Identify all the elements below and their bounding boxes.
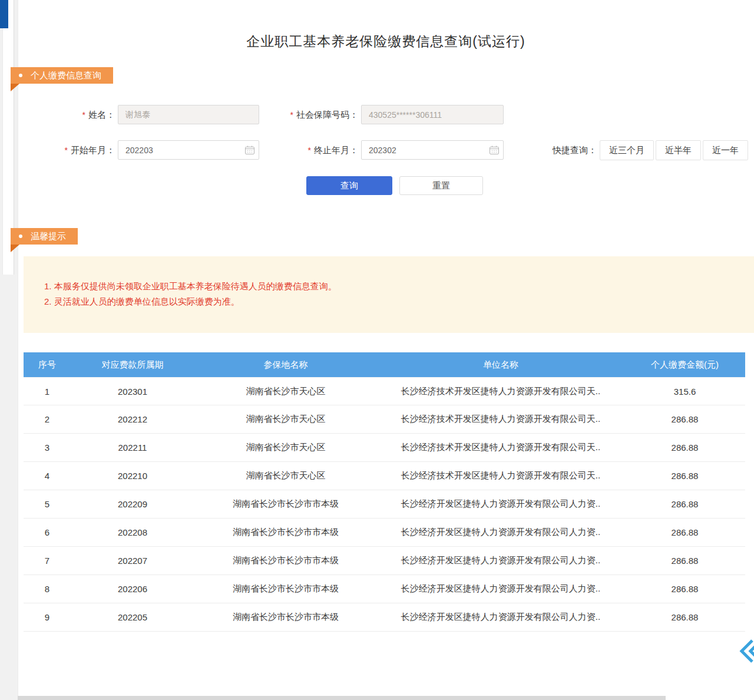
table-cell: 长沙经济开发区捷特人力资源开发有限公司人力资.. <box>377 612 624 623</box>
notice-line: 2. 灵活就业人员的缴费单位信息以实际缴费为准。 <box>44 294 754 309</box>
table-row: 5202209湖南省长沙市长沙市市本级长沙经济开发区捷特人力资源开发有限公司人力… <box>24 490 745 519</box>
table-cell: 湖南省长沙市天心区 <box>194 414 377 425</box>
table-cell: 湖南省长沙市天心区 <box>194 470 377 481</box>
table-row: 1202301湖南省长沙市天心区长沙经济技术开发区捷特人力资源开发有限公司天..… <box>24 377 745 405</box>
calendar-icon[interactable] <box>490 146 499 157</box>
table-cell: 202205 <box>71 612 194 622</box>
page-title: 企业职工基本养老保险缴费信息查询(试运行) <box>18 32 754 51</box>
table-cell: 6 <box>24 527 71 537</box>
notice-line: 1. 本服务仅提供尚未领取企业职工基本养老保险待遇人员的缴费信息查询。 <box>44 279 754 294</box>
column-header: 单位名称 <box>377 359 624 371</box>
table-cell: 长沙经济开发区捷特人力资源开发有限公司人力资.. <box>377 527 624 538</box>
table-cell: 长沙经济开发区捷特人力资源开发有限公司人力资.. <box>377 555 624 566</box>
name-input <box>118 105 259 124</box>
table-cell: 286.88 <box>624 612 745 622</box>
table-cell: 1 <box>24 387 71 397</box>
column-header: 对应费款所属期 <box>71 359 194 371</box>
column-header: 个人缴费金额(元) <box>624 359 745 371</box>
horizontal-scrollbar[interactable] <box>18 696 666 700</box>
table-cell: 202209 <box>71 499 194 509</box>
table-cell: 湖南省长沙市长沙市市本级 <box>194 555 377 566</box>
table-row: 9202205湖南省长沙市长沙市市本级长沙经济开发区捷特人力资源开发有限公司人力… <box>24 603 745 632</box>
start-month-input[interactable] <box>118 140 259 160</box>
section-tag-personal-payment-query: 个人缴费信息查询 <box>11 67 113 84</box>
section-tag-label: 个人缴费信息查询 <box>31 70 101 81</box>
column-header: 参保地名称 <box>194 359 377 371</box>
table-cell: 286.88 <box>624 584 745 594</box>
table-row: 7202207湖南省长沙市长沙市市本级长沙经济开发区捷特人力资源开发有限公司人力… <box>24 547 745 575</box>
table-cell: 202208 <box>71 527 194 537</box>
table-cell: 286.88 <box>624 556 745 566</box>
sidebar-corner-block <box>0 0 8 28</box>
table-body: 1202301湖南省长沙市天心区长沙经济技术开发区捷特人力资源开发有限公司天..… <box>24 377 745 632</box>
table-cell: 5 <box>24 499 71 509</box>
quick-query-button-3[interactable]: 近一年 <box>703 140 748 160</box>
table-cell: 286.88 <box>624 443 745 453</box>
quick-query-buttons: 近三个月近半年近一年 <box>600 140 748 160</box>
ssn-label: *社会保障号码： <box>253 105 358 125</box>
payment-table: 序号对应费款所属期参保地名称单位名称个人缴费金额(元) 1202301湖南省长沙… <box>24 352 745 632</box>
end-month-input[interactable] <box>361 140 504 160</box>
table-cell: 长沙经济开发区捷特人力资源开发有限公司人力资.. <box>377 498 624 510</box>
table-cell: 286.88 <box>624 414 745 424</box>
column-header: 序号 <box>24 359 71 371</box>
section-tag-label: 温馨提示 <box>31 231 66 242</box>
table-cell: 湖南省长沙市天心区 <box>194 386 377 397</box>
table-row: 3202211湖南省长沙市天心区长沙经济技术开发区捷特人力资源开发有限公司天..… <box>24 434 745 462</box>
table-cell: 长沙经济技术开发区捷特人力资源开发有限公司天.. <box>377 386 624 397</box>
table-cell: 长沙经济技术开发区捷特人力资源开发有限公司天.. <box>377 414 624 425</box>
page: 企业职工基本养老保险缴费信息查询(试运行) 个人缴费信息查询 *姓名： *社会保… <box>0 0 754 700</box>
table-row: 8202206湖南省长沙市长沙市市本级长沙经济开发区捷特人力资源开发有限公司人力… <box>24 575 745 603</box>
table-cell: 202210 <box>71 471 194 481</box>
start-month-label: *开始年月： <box>35 140 115 160</box>
table-row: 2202212湖南省长沙市天心区长沙经济技术开发区捷特人力资源开发有限公司天..… <box>24 405 745 434</box>
table-cell: 202207 <box>71 556 194 566</box>
quick-query-button-1[interactable]: 近三个月 <box>600 140 654 160</box>
required-asterisk: * <box>82 110 85 120</box>
table-cell: 202206 <box>71 584 194 594</box>
table-cell: 315.6 <box>624 387 745 397</box>
table-cell: 8 <box>24 584 71 594</box>
table-cell: 2 <box>24 414 71 424</box>
table-cell: 7 <box>24 556 71 566</box>
table-cell: 湖南省长沙市长沙市市本级 <box>194 498 377 510</box>
end-month-label: *终止年月： <box>253 140 358 160</box>
section-tag-tips: 温馨提示 <box>11 228 78 245</box>
table-cell: 286.88 <box>624 471 745 481</box>
table-row: 4202210湖南省长沙市天心区长沙经济技术开发区捷特人力资源开发有限公司天..… <box>24 462 745 490</box>
table-cell: 286.88 <box>624 527 745 537</box>
required-asterisk: * <box>308 146 311 155</box>
notice-box: 1. 本服务仅提供尚未领取企业职工基本养老保险待遇人员的缴费信息查询。 2. 灵… <box>24 256 754 333</box>
quick-query-button-2[interactable]: 近半年 <box>656 140 701 160</box>
table-cell: 286.88 <box>624 499 745 509</box>
table-cell: 湖南省长沙市天心区 <box>194 442 377 453</box>
table-cell: 9 <box>24 612 71 622</box>
required-asterisk: * <box>65 146 68 155</box>
bullet-icon <box>19 235 22 238</box>
collapse-left-icon[interactable] <box>738 638 754 667</box>
reset-button[interactable]: 重置 <box>399 176 483 195</box>
table-row: 6202208湖南省长沙市长沙市市本级长沙经济开发区捷特人力资源开发有限公司人力… <box>24 519 745 547</box>
table-cell: 长沙经济技术开发区捷特人力资源开发有限公司天.. <box>377 442 624 453</box>
table-cell: 202212 <box>71 414 194 424</box>
table-cell: 湖南省长沙市长沙市市本级 <box>194 527 377 538</box>
bullet-icon <box>19 74 22 77</box>
table-cell: 202301 <box>71 387 194 397</box>
required-asterisk: * <box>290 110 293 120</box>
query-button[interactable]: 查询 <box>306 176 392 195</box>
quick-query-label: 快捷查询： <box>523 140 597 160</box>
table-cell: 长沙经济开发区捷特人力资源开发有限公司人力资.. <box>377 583 624 595</box>
table-cell: 湖南省长沙市长沙市市本级 <box>194 583 377 595</box>
table-cell: 长沙经济技术开发区捷特人力资源开发有限公司天.. <box>377 470 624 481</box>
table-header-row: 序号对应费款所属期参保地名称单位名称个人缴费金额(元) <box>24 352 745 377</box>
ssn-input <box>361 105 504 124</box>
name-label: *姓名： <box>35 105 115 125</box>
table-cell: 202211 <box>71 443 194 453</box>
table-cell: 4 <box>24 471 71 481</box>
table-cell: 3 <box>24 443 71 453</box>
table-cell: 湖南省长沙市长沙市市本级 <box>194 612 377 623</box>
